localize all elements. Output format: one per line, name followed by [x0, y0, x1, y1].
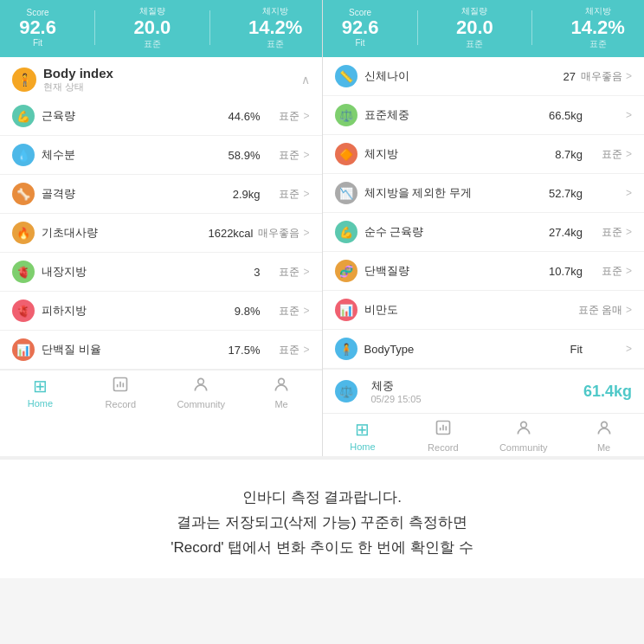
metric-row-ffm[interactable]: 📉 체지방을 제외한 무게 52.7kg > [323, 174, 645, 213]
right-me-label: Me [597, 442, 610, 453]
visceral-arrow: > [303, 266, 309, 278]
bmi-sub: 표준 [134, 38, 171, 50]
metric-row-sub[interactable]: 🫀 피하지방 9.8% 표준 > [0, 292, 322, 331]
svg-point-5 [279, 379, 285, 385]
left-me-label: Me [274, 399, 287, 409]
right-score-value: 92.6 [342, 17, 379, 38]
metric-row-obesity[interactable]: 📊 비만도 표준 옴매 > [323, 291, 645, 330]
std-weight-value: 66.5kg [549, 109, 583, 122]
right-record-icon [435, 419, 452, 441]
body-index-icon: 🧍 [12, 68, 36, 92]
metric-row-bodytype[interactable]: 🧍 BodyType Fit > [323, 330, 645, 369]
weight-card-info: 체중 05/29 15:05 [371, 378, 422, 404]
left-phone: Score 92.6 Fit 체질량 20.0 표준 체지방 14.2% 표준 … [0, 0, 322, 456]
right-home-label: Home [350, 441, 375, 452]
right-bmi-sub: 표준 [456, 38, 493, 50]
metabolism-arrow: > [303, 227, 309, 239]
metric-row-protein-ratio[interactable]: 📊 단백질 비율 17.5% 표준 > [0, 331, 322, 370]
lean-muscle-value: 27.4kg [549, 226, 583, 239]
muscle-arrow: > [303, 110, 309, 122]
left-metric-list: 💪 근육량 44.6% 표준 > 💧 체수분 58.9% 표준 > 🦴 골격량 … [0, 97, 322, 370]
metric-row-lean-muscle[interactable]: 💪 순수 근육량 27.4kg 표준 > [323, 213, 645, 252]
lean-muscle-icon: 💪 [335, 221, 357, 243]
metric-row-fat-mass[interactable]: 🔶 체지방 8.7kg 표준 > [323, 135, 645, 174]
water-value: 58.9% [229, 149, 261, 162]
lean-muscle-name: 순수 근육량 [364, 224, 549, 240]
left-community-icon [192, 376, 209, 397]
text-line-3: 'Record' 탭에서 변화 추이도 한 번에 확인할 수 [35, 536, 609, 561]
metric-row-visceral[interactable]: 🫀 내장지방 3 표준 > [0, 253, 322, 292]
right-community-icon [515, 419, 532, 441]
right-divider-2 [531, 10, 532, 45]
metabolism-status: 매우좋음 [258, 226, 299, 241]
weight-icon: ⚖️ [335, 380, 357, 402]
right-nav-community[interactable]: Community [483, 419, 564, 453]
metric-row-bone[interactable]: 🦴 골격량 2.9kg 표준 > [0, 175, 322, 214]
visceral-name: 내장지방 [42, 264, 254, 280]
obesity-status: 표준 옴매 [578, 303, 622, 318]
bone-value: 2.9kg [233, 188, 261, 201]
right-community-label: Community [499, 442, 548, 453]
metric-row-protein[interactable]: 🧬 단백질량 10.7kg 표준 > [323, 252, 645, 291]
metric-row-metabolism[interactable]: 🔥 기초대사량 1622kcal 매우좋음 > [0, 214, 322, 253]
score-value: 92.6 [19, 17, 56, 38]
right-score-sub: Fit [342, 38, 379, 48]
right-nav-record[interactable]: Record [402, 419, 483, 453]
text-section: 인바디 측정 결과랍니다. 결과는 저장되고(삭제 가능) 꾸준히 측정하면 '… [0, 456, 644, 578]
metric-row-water[interactable]: 💧 체수분 58.9% 표준 > [0, 136, 322, 175]
metric-row-std-weight[interactable]: ⚖️ 표준체중 66.5kg > [323, 96, 645, 135]
right-score-label: Score [342, 8, 379, 17]
fat-mass-name: 체지방 [364, 146, 556, 162]
ffm-name: 체지방을 제외한 무게 [364, 185, 549, 201]
left-nav-record[interactable]: Record [80, 376, 161, 409]
right-nav-me[interactable]: Me [564, 419, 644, 453]
weight-card[interactable]: ⚖️ 체중 05/29 15:05 61.4kg [323, 369, 645, 413]
bone-arrow: > [303, 188, 309, 200]
fat-mass-icon: 🔶 [335, 143, 357, 165]
left-me-icon [273, 376, 290, 397]
bmi-label: 체질량 [134, 5, 171, 17]
protein-ratio-name: 단백질 비율 [42, 342, 229, 357]
water-icon: 💧 [12, 144, 35, 166]
right-phone: Score 92.6 Fit 체질량 20.0 표준 체지방 14.2% 표준 … [323, 0, 645, 456]
muscle-name: 근육량 [42, 108, 229, 124]
protein-value: 10.7kg [549, 265, 583, 278]
score-item-fat: 체지방 14.2% 표준 [248, 5, 302, 50]
metric-row-muscle[interactable]: 💪 근육량 44.6% 표준 > [0, 97, 322, 136]
text-line-2: 결과는 저장되고(삭제 가능) 꾸준히 측정하면 [35, 511, 609, 536]
left-nav-community[interactable]: Community [161, 376, 242, 409]
right-nav-home[interactable]: ⊞ Home [323, 419, 403, 453]
left-nav-me[interactable]: Me [242, 376, 322, 409]
svg-point-11 [601, 422, 607, 428]
protein-ratio-icon: 📊 [12, 338, 35, 361]
bone-status: 표준 [265, 187, 299, 202]
left-score-bar: Score 92.6 Fit 체질량 20.0 표준 체지방 14.2% 표준 [0, 0, 322, 57]
protein-status: 표준 [588, 264, 622, 279]
lean-muscle-arrow: > [626, 226, 632, 238]
score-item-score: Score 92.6 Fit [19, 8, 56, 48]
sub-fat-status: 표준 [265, 304, 299, 319]
fat-mass-status: 표준 [588, 147, 622, 162]
bodytype-name: BodyType [364, 343, 570, 356]
left-record-label: Record [106, 399, 136, 409]
std-weight-name: 표준체중 [364, 107, 549, 123]
bone-name: 골격량 [42, 186, 233, 202]
age-icon: 📏 [335, 65, 357, 87]
right-fat-item: 체지방 14.2% 표준 [570, 5, 624, 50]
left-nav-home[interactable]: ⊞ Home [0, 376, 80, 409]
bmi-value: 20.0 [134, 17, 171, 38]
right-record-label: Record [428, 442, 458, 453]
protein-ratio-arrow: > [303, 344, 309, 356]
svg-point-4 [198, 379, 204, 385]
left-home-icon: ⊞ [33, 376, 48, 396]
sub-fat-icon: 🫀 [12, 299, 35, 322]
score-sub: Fit [19, 38, 56, 48]
metric-row-age[interactable]: 📏 신체나이 27 매우좋음 > [323, 57, 645, 96]
right-bmi-item: 체질량 20.0 표준 [456, 5, 493, 50]
left-bottom-nav: ⊞ Home Record Community Me [0, 370, 322, 413]
body-index-left: 🧍 Body index 현재 상태 [12, 66, 113, 93]
left-record-icon [112, 376, 129, 397]
body-index-header[interactable]: 🧍 Body index 현재 상태 ∧ [0, 57, 322, 97]
score-divider-1 [94, 10, 95, 45]
metabolism-value: 1622kcal [208, 227, 253, 240]
